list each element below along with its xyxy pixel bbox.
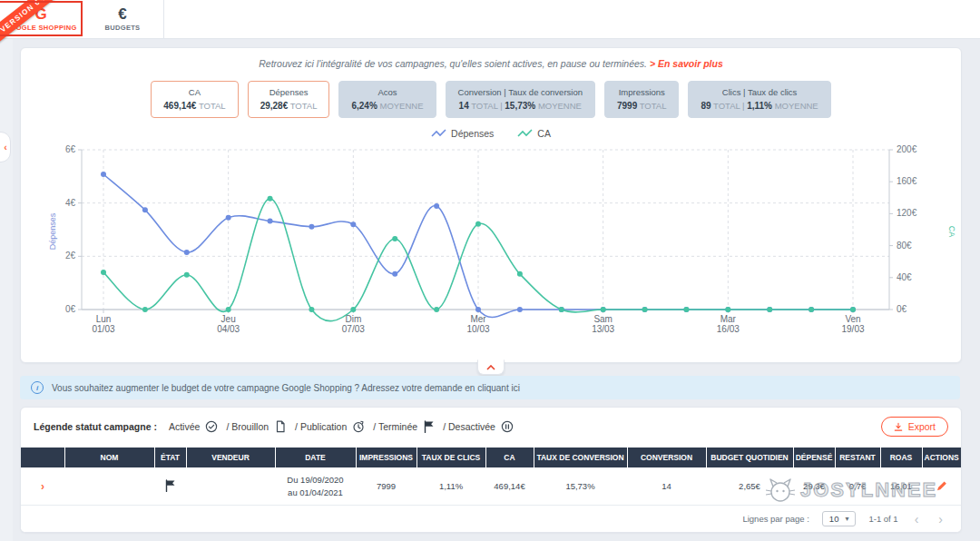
chart-plot-area: 0€2€4€6€0€40€80€120€160€200€Lun01/03Jeu0…	[22, 141, 960, 342]
table-cell-0[interactable]: ›	[21, 467, 64, 506]
column-header-10: BUDGET QUOTIDIEN	[706, 448, 793, 467]
column-header-0	[21, 448, 64, 467]
edit-campaign-button[interactable]	[936, 479, 948, 494]
tab-budgets-label: BUDGETS	[105, 24, 141, 32]
table-cell-value: 1,11%	[439, 481, 463, 491]
chevron-down-icon: ▾	[845, 515, 848, 523]
svg-text:01/03: 01/03	[92, 324, 114, 334]
svg-text:07/03: 07/03	[342, 324, 365, 334]
flag-icon	[423, 420, 435, 433]
stat-card-5[interactable]: Clics | Taux de clics 89 TOTAL | 1,11% M…	[688, 81, 830, 118]
stat-value: 7999	[617, 101, 637, 111]
table-cell-7: 469,14€	[485, 467, 534, 506]
export-button[interactable]: Export	[881, 417, 948, 437]
table-cell-6: 1,11%	[416, 467, 485, 506]
stat-card-1[interactable]: Dépenses 29,28€ TOTAL	[248, 81, 330, 118]
intro-sentence: Retrouvez ici l'intégralité de vos campa…	[259, 58, 647, 69]
status-legend-bar: Légende statut campagne : Activée / Brou…	[21, 408, 961, 448]
table-cell-value: 14	[662, 481, 671, 491]
stat-suffix: MOYENNE	[775, 101, 818, 111]
status-legend-item-2: / Publication	[295, 420, 365, 433]
stat-card-title: Conversion | Taux de conversion	[458, 87, 583, 97]
status-legend-item-1: / Brouillon	[226, 420, 287, 433]
column-header-1: NOM	[64, 448, 154, 467]
stat-card-0[interactable]: CA 469,14€ TOTAL	[151, 81, 238, 118]
tab-budgets[interactable]: € BUDGETS	[82, 0, 164, 38]
svg-text:200€: 200€	[897, 144, 917, 154]
status-legend-item-0: Activée	[169, 420, 218, 433]
stat-card-4[interactable]: Impressions 7999 TOTAL	[604, 81, 679, 118]
legend-item-0[interactable]: Dépenses	[431, 128, 494, 139]
stat-card-values: 14 TOTAL | 15,73% MOYENNE	[458, 101, 583, 111]
previous-page-button[interactable]: ‹	[911, 512, 923, 526]
line-series-icon	[431, 129, 446, 138]
column-header-8: TAUX DE CONVERSION	[534, 448, 627, 467]
table-cell-11: 29,3€	[793, 467, 835, 506]
table-cell-value: 15,73%	[565, 481, 594, 491]
stat-card-2[interactable]: Acos 6,24% MOYENNE	[338, 81, 436, 118]
svg-text:Lun: Lun	[96, 314, 112, 324]
table-cell-12: 0,7€	[835, 467, 880, 506]
column-header-3: VENDEUR	[186, 448, 275, 467]
table-cell-value: 469,14€	[494, 481, 524, 491]
sidebar-collapse-button[interactable]: ‹	[0, 132, 11, 162]
chart-collapse-button[interactable]	[477, 359, 505, 375]
pause-circle-icon	[501, 420, 514, 433]
table-cell-value: 2,65€	[739, 481, 760, 491]
svg-text:40€: 40€	[897, 272, 912, 282]
line-series-icon	[517, 129, 533, 138]
table-row: ›Du 19/09/2020au 01/04/202179991,11%469,…	[21, 467, 961, 506]
svg-text:Jeu: Jeu	[221, 314, 236, 324]
stat-suffix: TOTAL	[640, 101, 667, 111]
svg-text:4€: 4€	[65, 198, 76, 208]
budget-request-text: Vous souhaitez augmenter le budget de vo…	[52, 383, 520, 393]
svg-text:120€: 120€	[897, 208, 917, 218]
svg-text:Mar: Mar	[720, 314, 737, 324]
table-cell-10: 2,65€	[706, 467, 793, 506]
status-label: / Publication	[295, 421, 347, 432]
check-circle-icon	[205, 420, 218, 433]
stat-value: 15,73%	[505, 101, 535, 111]
stat-card-title: Dépenses	[260, 87, 318, 97]
stat-card-values: 7999 TOTAL	[617, 101, 666, 111]
status-label: / Brouillon	[226, 421, 269, 432]
svg-text:19/03: 19/03	[841, 324, 864, 334]
table-cell-value: 29,3€	[803, 481, 825, 491]
svg-text:04/03: 04/03	[217, 324, 240, 334]
stat-cards-row: CA 469,14€ TOTAL Dépenses 29,28€ TOTAL A…	[21, 81, 961, 118]
clock-icon	[352, 420, 365, 433]
table-cell-13: 16,01	[880, 467, 922, 506]
stat-value: 6,24%	[351, 101, 377, 111]
legend-item-1[interactable]: CA	[517, 128, 551, 139]
chart-legend: Dépenses CA	[21, 128, 961, 139]
rows-per-page-select[interactable]: 10 ▾	[822, 511, 857, 526]
status-legend-title: Légende statut campagne :	[34, 421, 157, 432]
table-cell-4: Du 19/09/2020au 01/04/2021	[275, 467, 356, 506]
stat-suffix: TOTAL	[199, 101, 226, 111]
intro-text: Retrouvez ici l'intégralité de vos campa…	[21, 58, 961, 69]
campaigns-table: NOMÉTATVENDEURDATEIMPRESSIONSTAUX DE CLI…	[21, 448, 962, 506]
download-icon	[894, 422, 903, 432]
stat-suffix: TOTAL	[290, 101, 318, 111]
status-legend-items: Activée / Brouillon / Publication / Term…	[169, 420, 514, 433]
right-axis-title: CA	[948, 226, 957, 238]
status-legend-item-4: / Desactivée	[443, 420, 514, 433]
legend-label: Dépenses	[451, 128, 494, 139]
chevron-right-icon[interactable]: ›	[41, 480, 44, 493]
column-header-12: RESTANT	[835, 448, 880, 467]
stat-card-title: Acos	[351, 87, 423, 97]
column-header-14: ACTIONS	[922, 448, 961, 467]
next-page-button[interactable]: ›	[935, 512, 946, 526]
campaigns-chart-panel: Retrouvez ici l'intégralité de vos campa…	[20, 47, 962, 363]
table-cell-3	[186, 467, 275, 506]
column-header-9: CONVERSION	[627, 448, 706, 467]
column-header-7: CA	[485, 448, 534, 467]
svg-text:13/03: 13/03	[592, 324, 614, 334]
stat-card-3[interactable]: Conversion | Taux de conversion 14 TOTAL…	[446, 81, 595, 118]
stat-suffix: MOYENNE	[379, 101, 423, 111]
learn-more-link[interactable]: > En savoir plus	[650, 58, 723, 69]
budget-request-banner[interactable]: i Vous souhaitez augmenter le budget de …	[20, 376, 960, 399]
table-cell-8: 15,73%	[534, 467, 627, 506]
stat-card-title: CA	[163, 87, 225, 97]
document-icon	[274, 420, 287, 433]
